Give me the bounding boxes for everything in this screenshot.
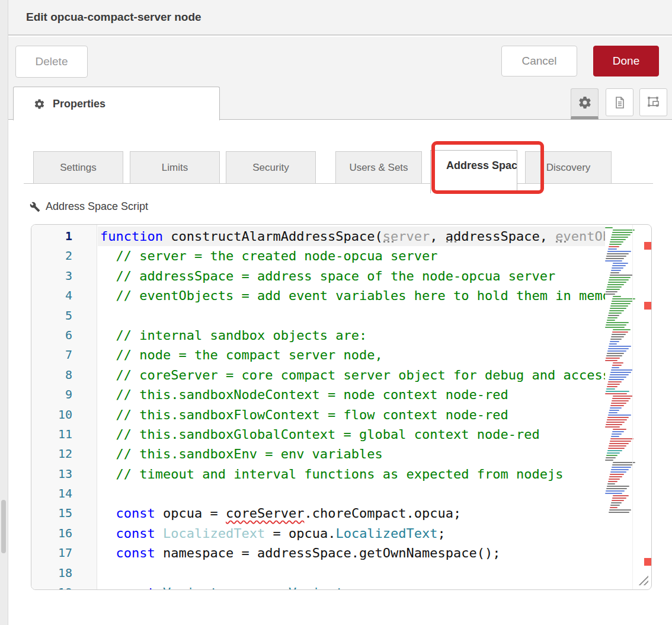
properties-gear-button[interactable] [571, 88, 599, 119]
minimap-line [612, 398, 631, 399]
minimap-line [605, 493, 622, 494]
minimap-line [609, 377, 626, 378]
line-number: 1 [31, 227, 97, 246]
minimap-line [605, 460, 613, 461]
code-line[interactable] [98, 563, 605, 583]
code-token: , [430, 229, 446, 244]
code-token: .choreCompact.opcua; [304, 506, 461, 521]
dialog-title: Edit opcua-compact-server node [26, 0, 201, 34]
form-tab-address-space[interactable]: Address Space [430, 150, 517, 193]
done-button[interactable]: Done [593, 46, 659, 76]
form-tab-discovery[interactable]: Discovery [525, 151, 612, 184]
tab-properties[interactable]: Properties [13, 87, 220, 120]
description-button[interactable] [606, 88, 633, 116]
code-line[interactable]: // this.sandboxGlobalContext = global co… [98, 425, 605, 444]
error-marker[interactable] [644, 558, 652, 566]
minimap-line [607, 386, 617, 387]
minimap-line [609, 379, 624, 380]
code-editor[interactable]: 12345678910111213141516171819 function c… [31, 224, 652, 590]
minimap-line [610, 505, 620, 506]
editor-tabs-row: Properties [8, 87, 672, 120]
minimap-line [612, 467, 631, 468]
error-marker[interactable] [644, 242, 652, 250]
minimap-line [610, 275, 633, 276]
code-line[interactable]: // timeout and interval functions as exp… [98, 464, 605, 484]
code-token: // this.sandboxFlowContext = flow contex… [100, 407, 508, 422]
minimap-line [612, 433, 622, 435]
code-line[interactable]: // coreServer = core compact server obje… [98, 365, 605, 385]
code-line[interactable]: // this.sandboxEnv = env variables [98, 444, 605, 464]
code-line[interactable]: const LocalizedText = opcua.LocalizedTex… [98, 524, 605, 543]
minimap-line [607, 286, 622, 288]
code-token: ; [438, 526, 446, 541]
code-token [155, 526, 163, 541]
code-line[interactable]: const opcua = coreServer.choreCompact.op… [98, 503, 605, 523]
line-number: 11 [31, 425, 97, 444]
code-line[interactable]: // node = the compact server node, [98, 345, 605, 365]
form-tab-limits[interactable]: Limits [130, 151, 220, 184]
code-line[interactable]: const Variant = opcua.Variant; [98, 583, 605, 589]
minimap-line [612, 498, 626, 499]
minimap-line [610, 305, 628, 307]
code-line[interactable]: // this.sandboxNodeContext = node contex… [98, 385, 605, 404]
minimap-line [609, 512, 629, 513]
minimap-line [606, 355, 622, 356]
minimap-line [613, 296, 621, 297]
code-token: , [540, 229, 556, 244]
code-line[interactable]: // this.sandboxFlowContext = flow contex… [98, 405, 605, 425]
address-space-script-label: Address Space Script [30, 200, 148, 213]
code-token: constructAlarmAddressSpace( [163, 229, 383, 244]
minimap-line [610, 339, 622, 340]
appearance-button[interactable] [639, 88, 667, 116]
minimap-line [610, 341, 619, 342]
minimap-line [607, 253, 629, 254]
code-line[interactable]: // server = the created node-opcua serve… [98, 246, 605, 266]
code-token: eventObjects [555, 229, 605, 244]
code-token: Variant [289, 585, 344, 589]
minimap-line [613, 362, 623, 363]
minimap-line [609, 244, 622, 245]
minimap-line [606, 388, 615, 390]
minimap-line [607, 486, 629, 487]
code-token: const [116, 506, 155, 521]
code-token: opcua = [155, 506, 226, 521]
code-line[interactable]: // internal sandbox objects are: [98, 326, 605, 345]
minimap-line [607, 251, 631, 252]
minimap-line [607, 483, 615, 484]
code-line[interactable]: const namespace = addressSpace.getOwnNam… [98, 543, 605, 563]
cancel-button[interactable]: Cancel [501, 46, 577, 76]
workspace-scrollbar[interactable] [1, 500, 6, 553]
form-tab-settings[interactable]: Settings [33, 151, 123, 184]
form-tab-users-sets[interactable]: Users & Sets [335, 151, 422, 184]
editor-minimap[interactable] [605, 227, 632, 559]
editor-overview-ruler[interactable] [632, 225, 651, 589]
minimap-line [609, 277, 631, 278]
minimap-line [606, 256, 626, 257]
minimap-line [610, 405, 624, 406]
minimap-line [609, 410, 619, 411]
delete-button[interactable]: Delete [15, 46, 88, 78]
minimap-line [605, 393, 627, 394]
minimap-line [606, 358, 620, 359]
code-line[interactable]: function constructAlarmAddressSpace(serv… [98, 227, 605, 246]
editor-code-pane[interactable]: function constructAlarmAddressSpace(serv… [98, 225, 605, 589]
minimap-line [612, 267, 623, 269]
error-marker[interactable] [644, 302, 652, 310]
minimap-line [607, 350, 626, 352]
code-token: // this.sandboxNodeContext = node contex… [100, 387, 508, 402]
code-token [100, 506, 116, 521]
code-line[interactable] [98, 484, 605, 503]
code-token: = opcua. [218, 585, 289, 589]
minimap-line [606, 424, 622, 425]
minimap-line [612, 331, 628, 333]
code-line[interactable] [98, 306, 605, 326]
form-tab-security[interactable]: Security [226, 151, 316, 184]
minimap-line [612, 265, 626, 266]
minimap-line [605, 426, 620, 428]
code-line[interactable]: // eventObjects = add event variables he… [98, 286, 605, 305]
minimap-line [612, 367, 619, 368]
minimap-line [606, 422, 625, 423]
line-number: 15 [31, 503, 97, 523]
code-token: const [116, 585, 155, 589]
code-line[interactable]: // addressSpace = address space of the n… [98, 266, 605, 286]
